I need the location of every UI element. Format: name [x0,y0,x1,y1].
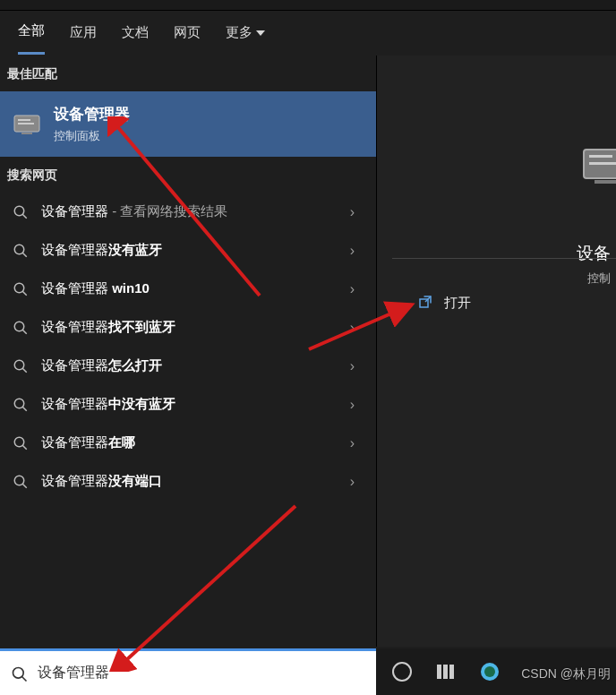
chevron-right-icon: › [350,397,355,413]
web-result-item[interactable]: 设备管理器中没有蓝牙› [0,385,376,424]
chevron-right-icon: › [350,281,355,297]
web-result-item[interactable]: 设备管理器找不到蓝牙› [0,308,376,347]
svg-line-13 [22,368,27,373]
open-action-label: 打开 [444,295,471,312]
svg-line-9 [22,291,27,296]
svg-rect-2 [18,123,34,124]
web-result-item[interactable]: 设备管理器在哪› [0,424,376,462]
svg-point-6 [14,245,24,254]
svg-rect-21 [589,155,612,158]
search-icon [13,435,29,451]
search-bar[interactable] [0,648,376,695]
detail-separator [392,258,616,259]
open-action-button[interactable]: 打开 [417,294,471,313]
best-match-header: 最佳匹配 [0,56,376,91]
detail-panel: 设备 控制 [376,56,616,647]
svg-point-10 [14,322,24,331]
chevron-down-icon [256,30,265,36]
result-text: 设备管理器 win10 [41,280,338,297]
svg-rect-23 [595,180,616,184]
edge-icon[interactable] [480,662,500,682]
result-text: 设备管理器找不到蓝牙 [41,319,338,336]
tab-more-label: 更多 [226,24,252,41]
svg-point-29 [484,666,495,677]
search-icon [13,397,29,413]
taskview-icon[interactable] [437,665,455,679]
svg-line-5 [22,214,27,219]
svg-point-14 [14,399,24,408]
svg-point-4 [14,206,24,216]
search-icon [13,474,29,490]
best-match-subtitle: 控制面板 [54,128,130,144]
svg-point-26 [13,667,24,678]
search-icon [13,320,29,336]
tab-more[interactable]: 更多 [226,24,265,54]
svg-line-19 [22,484,27,488]
svg-point-16 [14,437,24,447]
watermark: CSDN @林月明 [521,666,611,682]
tab-web[interactable]: 网页 [174,24,201,54]
web-result-item[interactable]: 设备管理器怎么打开› [0,347,376,385]
search-icon [13,281,29,297]
detail-title: 设备 [577,242,611,265]
svg-line-7 [22,253,27,257]
chevron-right-icon: › [350,243,355,259]
search-icon [13,358,29,374]
search-input[interactable] [38,665,365,682]
results-panel: 最佳匹配 设备管理器 控制面板 搜索网页 设备管理器 - 查看网络搜索结果›设备… [0,56,376,647]
tab-apps[interactable]: 应用 [70,24,97,54]
svg-rect-1 [18,119,30,121]
window-top-bar [0,0,616,11]
result-text: 设备管理器在哪 [41,434,338,451]
device-manager-icon [13,110,41,139]
open-icon [417,294,433,313]
svg-line-17 [22,445,27,450]
svg-rect-3 [21,133,32,134]
chevron-right-icon: › [350,358,355,374]
tab-docs[interactable]: 文档 [122,24,149,54]
main-content: 最佳匹配 设备管理器 控制面板 搜索网页 设备管理器 - 查看网络搜索结果›设备… [0,56,616,647]
chevron-right-icon: › [350,474,355,490]
search-icon [13,243,29,259]
detail-device-icon [580,141,616,203]
result-text: 设备管理器中没有蓝牙 [41,396,338,413]
chevron-right-icon: › [350,204,355,220]
best-match-title: 设备管理器 [54,104,130,124]
web-result-item[interactable]: 设备管理器没有蓝牙› [0,231,376,270]
svg-line-15 [22,407,27,411]
svg-point-12 [14,360,24,370]
web-result-item[interactable]: 设备管理器 win10› [0,270,376,308]
tab-all[interactable]: 全部 [18,22,45,55]
detail-subtitle: 控制 [587,270,611,287]
cortana-icon[interactable] [392,662,412,682]
svg-line-11 [22,330,27,334]
result-text: 设备管理器没有蓝牙 [41,242,338,259]
result-text: 设备管理器 - 查看网络搜索结果 [41,203,338,220]
best-match-text: 设备管理器 控制面板 [54,104,130,144]
search-icon [11,665,27,682]
result-text: 设备管理器怎么打开 [41,357,338,374]
web-results-list: 设备管理器 - 查看网络搜索结果›设备管理器没有蓝牙›设备管理器 win10›设… [0,193,376,501]
svg-line-27 [22,676,27,681]
svg-point-18 [14,476,24,485]
result-text: 设备管理器没有端口 [41,473,338,490]
web-result-item[interactable]: 设备管理器没有端口› [0,462,376,501]
web-search-header: 搜索网页 [0,157,376,193]
svg-point-8 [14,283,24,293]
search-tabs: 全部 应用 文档 网页 更多 [0,11,616,56]
web-result-item[interactable]: 设备管理器 - 查看网络搜索结果› [0,193,376,231]
chevron-right-icon: › [350,435,355,451]
chevron-right-icon: › [350,320,355,336]
best-match-item[interactable]: 设备管理器 控制面板 [0,91,376,157]
search-icon [13,204,29,220]
svg-rect-22 [589,162,616,165]
